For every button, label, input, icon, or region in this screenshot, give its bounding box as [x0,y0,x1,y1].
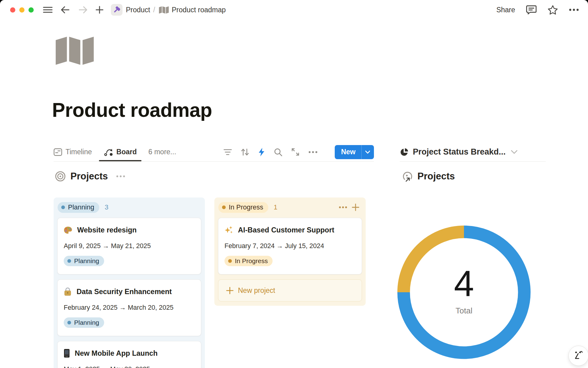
column-more-icon[interactable] [339,206,347,209]
notion-window: Product / Product roadmap Share Product … [0,0,588,368]
view-more-icon[interactable] [308,151,318,153]
comments-icon[interactable] [526,5,537,15]
tab-board-label: Board [116,148,137,156]
card-status-label: Planning [74,319,99,326]
project-card-website-redesign[interactable]: Website redesign April 9, 2025 → May 21,… [57,218,201,274]
hammer-icon [113,6,121,14]
card-status-pill[interactable]: Planning [64,317,104,328]
section-more-icon[interactable] [116,175,125,177]
forward-icon[interactable] [78,6,88,14]
donut-segment-in-progress [404,232,464,292]
more-options-icon[interactable] [569,9,579,11]
favorite-star-icon[interactable] [548,5,558,15]
status-pill-label: In Progress [229,203,263,211]
card-title: Data Security Enhancement [77,287,172,296]
breadcrumb-page[interactable]: Product roadmap [172,6,226,14]
mobile-phone-icon [64,349,70,358]
more-views-button[interactable]: 6 more... [149,148,176,156]
timeline-view-icon [54,148,62,156]
board-column-in-progress: In Progress 1 AI-Based Customer Sup [214,197,366,306]
new-tab-icon[interactable] [96,6,104,14]
new-button[interactable]: New [335,145,374,159]
sparkles-icon [224,226,233,234]
column-header: In Progress 1 [218,202,361,213]
board-column-planning: Planning 3 Website redesign April 9, 202… [54,197,205,368]
project-card-data-security[interactable]: Data Security Enhancement February 24, 2… [57,279,201,336]
linked-view-title[interactable]: Project Status Breakd... [413,147,506,157]
board-view: Planning 3 Website redesign April 9, 202… [54,197,366,368]
tab-timeline-label: Timeline [66,148,92,156]
card-title: AI-Based Customer Support [238,225,334,235]
card-status-pill[interactable]: Planning [64,256,104,266]
tab-board[interactable]: Board [104,143,137,161]
status-dot [67,259,71,263]
card-status-label: In Progress [235,257,268,265]
linked-target-arrow-icon [402,171,413,182]
card-dates: May 1, 2025 → May 30, 2025 [64,365,195,368]
sort-icon[interactable] [241,148,249,156]
view-toolbar: New [224,145,374,159]
page-title[interactable]: Product roadmap [52,99,212,121]
new-project-button[interactable]: New project [218,279,362,301]
zoom-window-button[interactable] [28,7,34,13]
column-count: 1 [274,203,277,211]
card-status-pill[interactable]: In Progress [224,256,273,266]
tab-timeline[interactable]: Timeline [54,143,92,161]
linked-projects-title[interactable]: Projects [417,171,455,182]
window-topbar: Product / Product roadmap Share [0,0,588,20]
project-card-ai-support[interactable]: AI-Based Customer Support February 7, 20… [218,218,362,274]
card-dates: April 9, 2025 → May 21, 2025 [64,242,195,250]
automations-lightning-icon[interactable] [258,148,265,157]
palette-icon [64,226,72,234]
linked-view-header: Project Status Breakd... [400,143,546,162]
status-dot [67,321,71,324]
breadcrumb-separator: / [153,6,155,14]
column-header: Planning 3 [58,202,201,213]
new-button-chevron-icon[interactable] [362,150,374,154]
status-breakdown-donut-chart[interactable]: 4 Total [397,225,531,360]
search-icon[interactable] [274,148,282,156]
ai-face-icon [573,350,584,361]
board-view-icon [104,148,113,156]
card-dates: February 7, 2024 → July 15, 2024 [224,242,356,250]
back-icon[interactable] [61,6,70,14]
view-tabs-row: Timeline Board 6 more... [54,143,374,162]
target-icon [55,171,66,182]
page-icon-map[interactable] [55,36,94,65]
traffic-lights [10,7,34,13]
new-project-label: New project [238,286,275,295]
column-add-icon[interactable] [352,203,360,211]
chevron-down-icon[interactable] [511,150,518,154]
status-dot [61,205,65,209]
status-pill-in-progress[interactable]: In Progress [218,202,268,213]
notion-ai-button[interactable] [568,346,588,366]
new-button-label: New [335,148,361,156]
projects-section-title[interactable]: Projects [70,171,108,182]
close-window-button[interactable] [10,7,15,13]
plus-icon [226,287,234,294]
pie-chart-icon [400,148,409,157]
status-dot [228,259,232,263]
card-status-label: Planning [74,257,99,265]
card-title: New Mobile App Launch [75,349,158,358]
card-title: Website redesign [77,225,137,235]
status-dot [222,205,226,209]
projects-section-header: Projects [55,171,125,182]
lock-icon [64,287,72,296]
card-dates: February 24, 2025 → March 20, 2025 [64,304,195,312]
sidebar-menu-icon[interactable] [43,6,53,13]
project-card-mobile-app[interactable]: New Mobile App Launch May 1, 2025 → May … [57,341,201,368]
teamspace-chip[interactable] [111,4,123,16]
linked-projects-header: Projects [402,171,455,182]
status-pill-label: Planning [68,203,94,211]
minimize-window-button[interactable] [19,7,24,13]
share-button[interactable]: Share [496,6,515,14]
column-count: 3 [105,203,108,211]
filter-icon[interactable] [224,149,232,155]
status-pill-planning[interactable]: Planning [58,202,99,213]
breadcrumb-teamspace[interactable]: Product [126,6,150,14]
expand-icon[interactable] [291,148,300,156]
map-icon [159,6,169,14]
